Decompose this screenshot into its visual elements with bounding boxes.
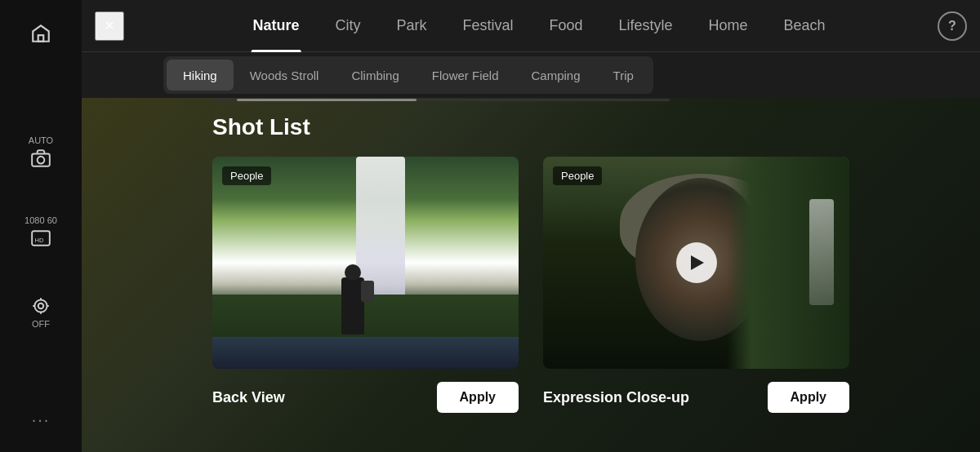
card-1-bg bbox=[212, 157, 519, 369]
card-1-apply-button[interactable]: Apply bbox=[437, 382, 519, 413]
card-1-footer: Back View Apply bbox=[212, 369, 519, 413]
tab-city[interactable]: City bbox=[317, 0, 378, 52]
sidebar: AUTO 1080 60 HD OFF ··· bbox=[0, 0, 82, 452]
person-body bbox=[341, 277, 364, 335]
svg-text:HD: HD bbox=[34, 237, 43, 244]
effect-label: OFF bbox=[32, 319, 50, 329]
category-tabs: Nature City Park Festival Food Lifestyle… bbox=[140, 0, 938, 52]
top-navigation: × Nature City Park Festival Food Lifesty… bbox=[82, 0, 980, 52]
subtab-camping[interactable]: Camping bbox=[515, 60, 597, 91]
resolution-label: 1080 60 bbox=[24, 215, 57, 225]
tab-nature[interactable]: Nature bbox=[234, 0, 317, 52]
content-inner: Shot List bbox=[82, 98, 980, 413]
content-area: Shot List bbox=[82, 98, 980, 452]
effect-button[interactable]: OFF bbox=[20, 292, 61, 333]
card-1-tag: People bbox=[222, 166, 271, 185]
subtab-hiking[interactable]: Hiking bbox=[167, 60, 234, 91]
tab-beach[interactable]: Beach bbox=[766, 0, 844, 52]
shot-list-title: Shot List bbox=[212, 114, 849, 140]
camera-mode-button[interactable]: AUTO bbox=[20, 132, 61, 173]
card-2-image: People bbox=[543, 157, 849, 369]
more-button[interactable]: ··· bbox=[32, 410, 51, 429]
subtab-flower-field[interactable]: Flower Field bbox=[416, 60, 515, 91]
sub-tab-group: Hiking Woods Stroll Climbing Flower Fiel… bbox=[163, 56, 653, 94]
card-2-footer: Expression Close-up Apply bbox=[543, 369, 849, 413]
play-icon bbox=[691, 255, 704, 270]
card-2-label: Expression Close-up bbox=[543, 389, 689, 406]
svg-point-6 bbox=[34, 299, 47, 312]
tab-lifestyle[interactable]: Lifestyle bbox=[600, 0, 690, 52]
sub-navigation: Hiking Woods Stroll Climbing Flower Fiel… bbox=[82, 52, 980, 98]
close-button[interactable]: × bbox=[95, 11, 124, 41]
play-button[interactable] bbox=[676, 242, 717, 283]
card-back-view: People Back View Apply bbox=[212, 157, 519, 413]
subtab-woods-stroll[interactable]: Woods Stroll bbox=[234, 60, 336, 91]
tab-home[interactable]: Home bbox=[691, 0, 766, 52]
card-expression: People Expression Close-up Apply bbox=[543, 157, 849, 413]
card-1-label: Back View bbox=[212, 389, 285, 406]
auto-label: AUTO bbox=[29, 135, 53, 145]
tab-festival[interactable]: Festival bbox=[444, 0, 531, 52]
water-element bbox=[212, 337, 519, 369]
subtab-climbing[interactable]: Climbing bbox=[335, 60, 415, 91]
svg-point-5 bbox=[38, 304, 44, 309]
help-button[interactable]: ? bbox=[938, 11, 967, 41]
person-head bbox=[345, 264, 361, 281]
main-content: × Nature City Park Festival Food Lifesty… bbox=[82, 0, 980, 452]
backpack bbox=[361, 281, 374, 302]
svg-point-2 bbox=[38, 157, 45, 164]
svg-rect-1 bbox=[32, 154, 50, 166]
svg-rect-0 bbox=[38, 35, 44, 42]
card-1-image: People bbox=[212, 157, 519, 369]
card-2-tag: People bbox=[553, 166, 602, 185]
cards-row: People Back View Apply bbox=[212, 157, 849, 413]
home-button[interactable] bbox=[20, 13, 61, 54]
tab-park[interactable]: Park bbox=[378, 0, 444, 52]
tab-food[interactable]: Food bbox=[531, 0, 600, 52]
subtab-trip[interactable]: Trip bbox=[597, 60, 650, 91]
resolution-button[interactable]: 1080 60 HD bbox=[20, 212, 61, 253]
card-2-apply-button[interactable]: Apply bbox=[768, 382, 849, 413]
waterfall2-element bbox=[809, 199, 834, 305]
